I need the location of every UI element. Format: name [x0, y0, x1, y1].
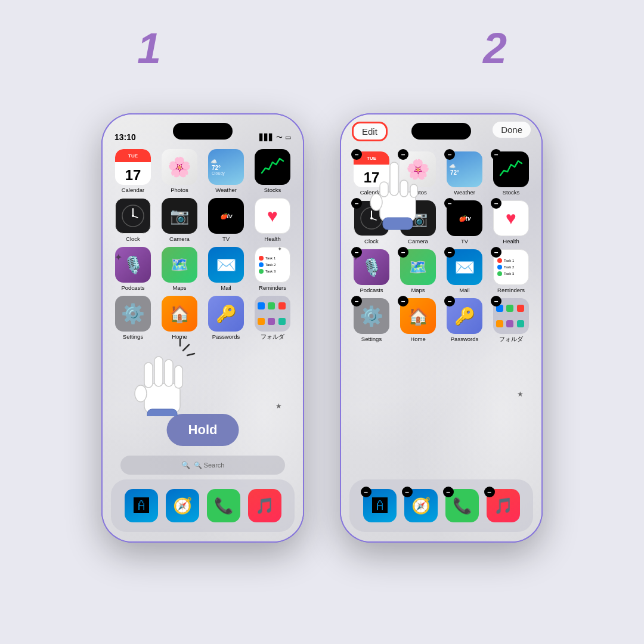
minus-badge-dock-safari[interactable]: – [402, 487, 413, 497]
app-item-health[interactable]: ♥ Health [250, 198, 295, 242]
app-label-2-maps: Maps [411, 287, 425, 293]
clock-face-svg [121, 204, 145, 228]
minus-badge-podcasts[interactable]: – [351, 247, 362, 258]
app-label-passwords: Passwords [212, 333, 240, 340]
minus-badge-mail[interactable]: – [444, 247, 455, 258]
app-label-2-mail: Mail [459, 287, 469, 293]
minus-badge-dock-phone[interactable]: – [443, 487, 454, 497]
app-label-2-stocks: Stocks [503, 189, 520, 196]
status-time-1: 13:10 [114, 132, 136, 142]
app-item-stocks[interactable]: Stocks [250, 149, 295, 193]
app-label-reminders: Reminders [259, 284, 286, 291]
search-bar-1[interactable]: 🔍 🔍 Search [120, 456, 285, 475]
settings-gear-icon-2: ⚙️ [360, 305, 383, 327]
signal-icon: ▋▋▋ [259, 134, 274, 141]
app-item-passwords[interactable]: 🔑 Passwords [204, 296, 248, 341]
dock-appstore-1[interactable]: 🅰 [125, 489, 158, 522]
minus-badge-settings[interactable]: – [351, 296, 362, 306]
app-item-reminders[interactable]: Task 1 Task 2 Task 3 Reminders [250, 247, 295, 291]
app-item-camera[interactable]: 📷 Camera [157, 198, 202, 242]
app-item-2-reminders[interactable]: Task 1 Task 2 Task 3 – Reminders [489, 249, 533, 293]
minus-badge-dock-music[interactable]: – [484, 487, 495, 497]
app-item-2-passwords[interactable]: 🔑 – Passwords [442, 298, 487, 343]
app-label-2-podcasts: Podcasts [360, 287, 383, 293]
svg-point-12 [135, 385, 147, 402]
stocks-chart-svg [259, 154, 286, 180]
app-label-2-settings: Settings [361, 336, 382, 342]
app-label-maps: Maps [172, 284, 186, 291]
minus-badge-weather[interactable]: – [444, 149, 455, 160]
app-label-podcasts: Podcasts [121, 284, 144, 291]
svg-rect-11 [175, 366, 182, 388]
app-item-2-weather[interactable]: ☁️ 72° – Weather [442, 151, 487, 196]
app-label-calendar: Calendar [122, 187, 145, 193]
minus-badge-clock[interactable]: – [351, 198, 362, 209]
svg-rect-10 [165, 360, 173, 386]
sparkle-3: ★ [275, 402, 282, 410]
app-item-folder[interactable]: フォルダ [250, 296, 295, 341]
dock-phone-1[interactable]: 📞 [207, 489, 240, 522]
app-item-2-home[interactable]: 🏠 – Home [396, 298, 440, 343]
sparkle-p2-2: ★ [517, 390, 524, 398]
hold-button[interactable]: Hold [167, 414, 239, 446]
app-item-photos[interactable]: 🌸 Photos [157, 149, 202, 193]
app-label-2-home: Home [410, 336, 425, 342]
svg-rect-20 [400, 180, 408, 197]
stocks-chart-svg-2 [498, 156, 524, 182]
phone-1-inner: 13:10 ▋▋▋ 〜 ▭ TUE 17 Calendar [103, 114, 303, 541]
minus-badge-passwords[interactable]: – [444, 296, 455, 306]
app-label-2-clock: Clock [364, 238, 379, 244]
app-item-2-tv[interactable]: 🍎tv – TV [442, 200, 487, 244]
app-label-tv: TV [222, 236, 230, 242]
dock-music-1[interactable]: 🎵 [248, 489, 281, 522]
app-item-calendar[interactable]: TUE 17 Calendar [111, 149, 155, 193]
dock-safari-1[interactable]: 🧭 [166, 489, 199, 522]
minus-badge-dock-appstore[interactable]: – [361, 487, 371, 497]
svg-point-23 [370, 194, 382, 210]
minus-badge-reminders[interactable]: – [491, 247, 501, 258]
minus-badge-calendar[interactable]: – [351, 149, 362, 160]
app-item-2-folder[interactable]: – フォルダ [489, 298, 533, 343]
app-label-2-weather: Weather [454, 189, 475, 196]
phones-container: 13:10 ▋▋▋ 〜 ▭ TUE 17 Calendar [101, 113, 543, 543]
app-item-2-stocks[interactable]: – Stocks [489, 151, 533, 196]
dock-1: 🅰 🧭 📞 🎵 [111, 479, 295, 532]
app-item-2-maps[interactable]: 🗺️ – Maps [396, 249, 440, 293]
svg-rect-13 [147, 409, 177, 416]
app-label-clock: Clock [126, 236, 140, 242]
health-heart-icon: ♥ [267, 206, 278, 226]
phone-1: 13:10 ▋▋▋ 〜 ▭ TUE 17 Calendar [101, 113, 304, 543]
done-button[interactable]: Done [493, 122, 531, 138]
minus-badge-maps[interactable]: – [398, 247, 408, 258]
app-label-photos: Photos [171, 187, 188, 193]
app-item-maps[interactable]: 🗺️ Maps [157, 247, 202, 291]
status-icons-1: ▋▋▋ 〜 ▭ [259, 133, 291, 142]
minus-badge-folder[interactable]: – [491, 296, 501, 306]
app-item-mail[interactable]: ✉️ Mail [204, 247, 248, 291]
minus-badge-tv[interactable]: – [444, 198, 455, 209]
battery-icon: ▭ [285, 134, 291, 141]
app-item-2-settings[interactable]: ⚙️ – Settings [349, 298, 394, 343]
app-label-2-tv: TV [461, 238, 468, 244]
minus-badge-stocks[interactable]: – [491, 149, 501, 160]
wifi-icon: 〜 [276, 133, 283, 142]
app-item-clock[interactable]: Clock [111, 198, 155, 242]
step-2-number: 2 [483, 24, 507, 73]
app-label-stocks: Stocks [264, 187, 281, 193]
phone-2-inner: Edit Done TUE 17 – Calendar [341, 114, 541, 541]
app-item-2-health[interactable]: ♥ – Health [489, 200, 533, 244]
app-item-2-mail[interactable]: ✉️ – Mail [442, 249, 487, 293]
app-label-mail: Mail [221, 284, 231, 291]
edit-button[interactable]: Edit [352, 122, 388, 141]
app-item-2-podcasts[interactable]: 🎙️ – Podcasts [349, 249, 394, 293]
minus-badge-home[interactable]: – [398, 296, 408, 306]
svg-rect-24 [383, 218, 413, 230]
app-item-tv[interactable]: 🍎tv TV [204, 198, 248, 242]
svg-rect-22 [410, 184, 417, 197]
minus-badge-health[interactable]: – [491, 198, 501, 209]
hold-hand-illustration [126, 333, 204, 416]
cal-date: 17 [125, 168, 141, 182]
svg-rect-8 [144, 363, 153, 388]
app-item-weather[interactable]: ☁️ 72° Cloudy Weather [204, 149, 248, 193]
svg-rect-21 [380, 182, 388, 197]
